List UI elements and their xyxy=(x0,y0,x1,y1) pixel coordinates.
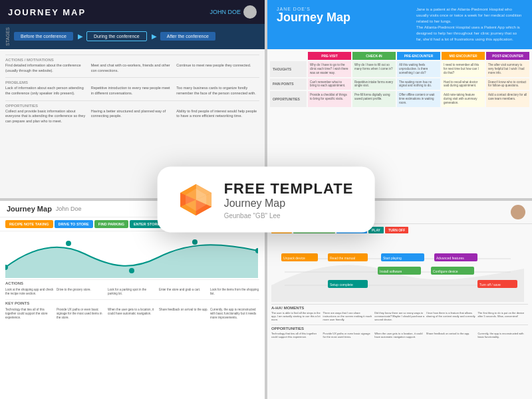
bl-key-1: Technology that ties all of this togethe… xyxy=(5,308,55,321)
sketch-logo xyxy=(179,182,213,217)
tl-section-problems: PROBLEMS Lack of information about each … xyxy=(5,80,259,96)
tl-problems-2: Repetitive introduction to every new peo… xyxy=(91,86,174,96)
tl-actions-2: Meet and chat with co-workers, friends a… xyxy=(91,63,174,73)
bl-content: ACTIONS Look at the shopping app and che… xyxy=(0,278,265,324)
bl-row-actions: ACTIONS Look at the shopping app and che… xyxy=(5,279,259,297)
tl-actions-3: Continue to meet new people they connect… xyxy=(176,63,259,73)
bl-key-2: Provide UX paths or even basic signage f… xyxy=(57,308,106,321)
bl-actions-4: Enter the store and grab a cart. xyxy=(159,288,208,297)
tr-header: JANE DOE'S Journey Map Jane is a patient… xyxy=(267,0,532,49)
tr-sh-3: PRE-ENCOUNTER xyxy=(397,52,440,60)
tr-row-thoughts: THOUGHTS Why do I have to go to the clin… xyxy=(270,61,529,77)
bl-step-2: DRIVE TO STORE xyxy=(55,220,93,228)
tr-sh-4: MID ENCOUNTER xyxy=(442,52,485,60)
bl-key-4: Share feedback on arrival to the app. xyxy=(159,308,208,321)
svg-point-3 xyxy=(192,239,198,245)
tr-rl-thoughts: THOUGHTS xyxy=(270,61,307,77)
bl-name: John Doe xyxy=(56,205,82,212)
br-aha-3: Did they know there are so many ways to … xyxy=(374,311,425,322)
br-opp-3: When the user gets to a location, it cou… xyxy=(374,332,425,338)
bl-label-actions: ACTIONS xyxy=(5,279,259,287)
tr-stage-headers: PRE-VISIT CHECK-IN PRE-ENCOUNTER MID ENC… xyxy=(270,52,529,60)
br-aha-4: I love how there is a feature that allow… xyxy=(426,311,477,322)
bl-actions-1: Look at the shopping app and check the r… xyxy=(5,288,55,297)
tr-pain-1: Can't remember what to bring to each app… xyxy=(308,78,351,90)
tr-sh-2: CHECK-IN xyxy=(352,52,396,60)
tr-table: PRE-VISIT CHECK-IN PRE-ENCOUNTER MID ENC… xyxy=(267,49,532,111)
tl-username: JOHN DOE xyxy=(209,9,241,15)
svg-text:Setup complete: Setup complete xyxy=(330,283,353,287)
svg-point-2 xyxy=(129,268,134,273)
br-step-5: TURN OFF xyxy=(385,227,408,233)
tr-sh-5: POST-ENCOUNTER xyxy=(486,52,529,60)
bl-key-5: Currently, the app is reconstructed with… xyxy=(210,308,259,321)
tr-row-opp: OPPORTUNITIES Provide a checklist of thi… xyxy=(270,91,529,107)
tr-pain-5: Doesn't know who to contact for follow-u… xyxy=(486,78,529,90)
tl-opp-3: Ability to find people of interest would… xyxy=(176,109,259,124)
br-aha-label: A-HA! MOMENTS xyxy=(271,304,528,310)
tr-thoughts-1: Why do I have to go to the clinic each t… xyxy=(308,61,351,77)
tr-header-right: Jane is a patient at the Atlanta-Piedmon… xyxy=(416,7,523,43)
tr-pain-2: Repetitive intake forms every single vis… xyxy=(352,78,396,90)
bl-row-keypoints: KEY POINTS Technology that ties all of t… xyxy=(5,299,259,321)
tl-content: ACTIONS / MOTIVATIONS Find detailed info… xyxy=(0,49,265,131)
stage-pill-2[interactable]: During the conference xyxy=(86,31,147,41)
tl-problems-3: Too many business cards to organize fond… xyxy=(176,86,259,96)
br-aha-1: The user is able to find all the steps i… xyxy=(271,311,322,322)
tr-thoughts-4: I need to remember all this for next tim… xyxy=(442,61,485,77)
tl-title: JOURNEY MAP xyxy=(8,7,86,17)
tr-pain-3: The waiting room has no signal and nothi… xyxy=(397,78,440,90)
br-aha-5: The first thing to do is put on the devi… xyxy=(477,311,528,322)
tl-actions-1: Find detailed information about the conf… xyxy=(5,63,88,73)
tr-opp-3: Offer offline content or wait time estim… xyxy=(397,91,440,107)
tl-label-opp: OPPORTUNITIES xyxy=(5,104,259,108)
tr-opp-5: Add a contact directory for all care tea… xyxy=(486,91,529,107)
svg-text:Read the manual: Read the manual xyxy=(330,256,355,260)
overlay-text: FREE TEMPLATE Journey Map Geunbae "GB" L… xyxy=(224,180,354,219)
tl-opp-1: Collect and provide basic information ab… xyxy=(5,109,88,124)
tr-opp-1: Provide a checklist of things to bring f… xyxy=(308,91,351,107)
stage-arrow-2: ▶ xyxy=(152,33,157,40)
tl-problems-1: Lack of information about each person at… xyxy=(5,86,88,96)
br-aha-2: There are ways that I can share instruct… xyxy=(323,311,374,322)
tr-rl-opp: OPPORTUNITIES xyxy=(270,91,307,107)
bl-actions-5: Look for the items from the shopping lis… xyxy=(210,288,259,297)
tl-header: JOURNEY MAP JOHN DOE xyxy=(0,0,265,24)
stage-pill-3[interactable]: After the conference xyxy=(160,32,215,41)
bl-step-3: FIND PARKING xyxy=(94,220,128,228)
br-opp-1: Technology that ties all of this togethe… xyxy=(271,332,322,338)
bl-title: Journey Map xyxy=(7,205,52,213)
svg-point-1 xyxy=(66,241,71,246)
br-aha: A-HA! MOMENTS The user is able to find a… xyxy=(267,303,532,323)
stage-arrow-1: ▶ xyxy=(78,33,83,40)
tl-label-problems: PROBLEMS xyxy=(5,80,259,84)
svg-text:Turn off / save: Turn off / save xyxy=(479,283,501,287)
br-opportunities: OPPORTUNITIES Technology that ties all o… xyxy=(267,323,532,340)
overlay-card: FREE TEMPLATE Journey Map Geunbae "GB" L… xyxy=(158,167,375,233)
tr-opp-4: Add note-taking feature during visit wit… xyxy=(442,91,485,107)
tr-row-pain: PAIN POINTS Can't remember what to bring… xyxy=(270,78,529,90)
emotion-wave xyxy=(5,234,258,278)
tr-title: Journey Map xyxy=(277,11,410,25)
svg-text:Unpack device: Unpack device xyxy=(283,256,305,260)
bl-step-1: RECIPE NOTE TAKING xyxy=(5,220,53,228)
tl-avatar xyxy=(243,5,257,19)
stage-pill-1[interactable]: Before the conference xyxy=(14,32,73,41)
svg-text:Install software: Install software xyxy=(380,269,402,273)
tr-desc: Jane is a patient at the Atlanta-Piedmon… xyxy=(416,7,523,25)
tr-thoughts-3: All this waiting feels unproductive. Is … xyxy=(397,61,440,77)
br-opp-4: Share feedback on arrival to the app. xyxy=(426,332,477,338)
tl-opp-2: Having a better structured and planned w… xyxy=(91,109,174,124)
tr-thoughts-2: Why do I have to fill out so many forms … xyxy=(352,61,396,77)
bl-label-keypoints: KEY POINTS xyxy=(5,299,259,307)
br-opp-label: OPPORTUNITIES xyxy=(271,325,528,331)
tr-desc2: The Atlanta-Piedmont Hospital uses a Pat… xyxy=(416,25,523,43)
br-timeline: Unpack device Read the manual Install so… xyxy=(267,236,532,303)
bl-key-3: When the user gets to a location, it cou… xyxy=(108,308,157,321)
br-opp-5: Currently, the app is reconstructed with… xyxy=(477,332,528,338)
tr-opp-2: Pre-fill forms digitally using saved pat… xyxy=(352,91,396,107)
tr-pain-4: Hard to recall what doctor said during a… xyxy=(442,78,485,90)
svg-text:Advanced features: Advanced features xyxy=(436,256,464,260)
br-avatar xyxy=(511,205,525,219)
svg-text:Start playing: Start playing xyxy=(383,256,402,260)
